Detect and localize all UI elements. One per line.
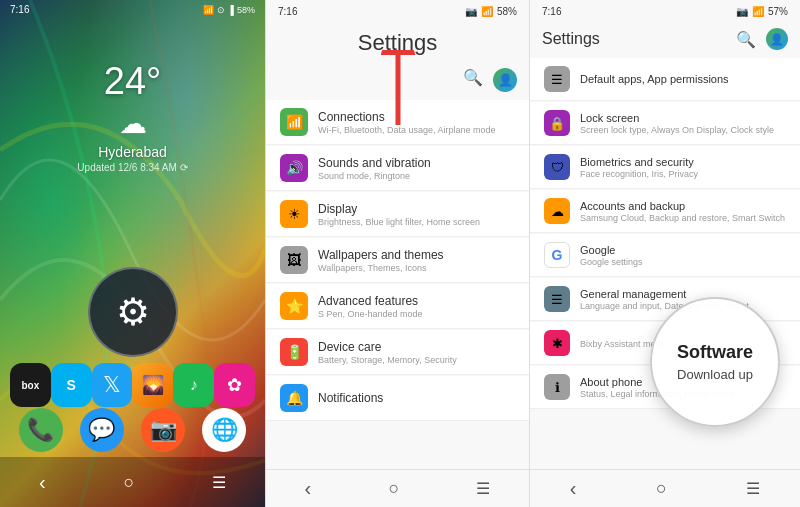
dock-phone[interactable]: 📞 [19, 408, 63, 452]
display-title: Display [318, 202, 515, 216]
detail-item-accounts[interactable]: ☁ Accounts and backup Samsung Cloud, Bac… [530, 190, 800, 233]
settings-back-button[interactable]: ‹ [305, 477, 312, 500]
chrome-icon: 🌐 [211, 417, 238, 443]
signal-icon: 📶 [203, 5, 214, 15]
sound-text: Sounds and vibration Sound mode, Rington… [318, 156, 515, 181]
settings-home-button[interactable]: ○ [388, 478, 399, 499]
red-arrow [380, 50, 416, 130]
camera-icon: 📷 [150, 417, 177, 443]
battery-pct: 58% [237, 5, 255, 15]
default-apps-text: Default apps, App permissions [580, 73, 786, 85]
user-avatar[interactable]: 👤 [493, 68, 517, 92]
panel3-search-icon[interactable]: 🔍 [736, 30, 756, 49]
advanced-title: Advanced features [318, 294, 515, 308]
panel3-battery: 57% [768, 6, 788, 17]
home-button[interactable]: ○ [123, 472, 134, 493]
lock-title: Lock screen [580, 112, 786, 124]
panel3-back-button[interactable]: ‹ [570, 477, 577, 500]
app-dock: 📞 💬 📷 🌐 [0, 408, 265, 452]
google-sub: Google settings [580, 257, 786, 267]
sound-icon: 🔊 [280, 154, 308, 182]
device-text: Device care Battery, Storage, Memory, Se… [318, 340, 515, 365]
google-text: Google Google settings [580, 244, 786, 267]
panel3-avatar[interactable]: 👤 [766, 28, 788, 50]
notif-text: Notifications [318, 391, 515, 405]
home-screen: 7:16 📶 ⊙ ▐ 58% 24° ☁ Hyderabad Updated 1… [0, 0, 265, 507]
app-skype[interactable]: S [51, 363, 92, 407]
detail-item-biometrics[interactable]: 🛡 Biometrics and security Face recogniti… [530, 146, 800, 189]
settings-signal: 📷 [465, 6, 477, 17]
biometrics-title: Biometrics and security [580, 156, 786, 168]
panel3-home-button[interactable]: ○ [656, 478, 667, 499]
app-box[interactable]: box [10, 363, 51, 407]
lock-sub: Screen lock type, Always On Display, Clo… [580, 125, 786, 135]
detail-item-default-apps[interactable]: ☰ Default apps, App permissions [530, 58, 800, 101]
panel3-recents-button[interactable]: ☰ [746, 479, 760, 498]
google-title: Google [580, 244, 786, 256]
app-twitter[interactable]: 𝕏 [92, 363, 133, 407]
gallery-label: 🌄 [142, 374, 164, 396]
wallpaper-title: Wallpapers and themes [318, 248, 515, 262]
back-button[interactable]: ‹ [39, 471, 46, 494]
settings-item-wallpaper[interactable]: 🖼 Wallpapers and themes Wallpapers, Them… [266, 238, 529, 283]
panel3-time: 7:16 [542, 6, 561, 17]
search-icon[interactable]: 🔍 [463, 68, 483, 92]
dock-camera[interactable]: 📷 [141, 408, 185, 452]
notif-icon: 🔔 [280, 384, 308, 412]
default-apps-icon: ☰ [544, 66, 570, 92]
display-text: Display Brightness, Blue light filter, H… [318, 202, 515, 227]
settings-status-bar: 7:16 📷 📶 58% [266, 0, 529, 22]
skype-label: S [67, 377, 76, 393]
wifi-icon: ⊙ [217, 5, 225, 15]
connections-sub: Wi-Fi, Bluetooth, Data usage, Airplane m… [318, 125, 515, 135]
advanced-icon: ⭐ [280, 292, 308, 320]
settings-item-advanced[interactable]: ⭐ Advanced features S Pen, One-handed mo… [266, 284, 529, 329]
accounts-sub: Samsung Cloud, Backup and restore, Smart… [580, 213, 786, 223]
dock-chrome[interactable]: 🌐 [202, 408, 246, 452]
connections-text: Connections Wi-Fi, Bluetooth, Data usage… [318, 110, 515, 135]
weather-icon: ☁ [0, 107, 265, 140]
settings-item-display[interactable]: ☀ Display Brightness, Blue light filter,… [266, 192, 529, 237]
detail-item-google[interactable]: G Google Google settings [530, 234, 800, 277]
home-bottom-nav: ‹ ○ ☰ [0, 457, 265, 507]
gear-icon: ⚙ [116, 290, 150, 334]
settings-recents-button[interactable]: ☰ [476, 479, 490, 498]
settings-item-notifications[interactable]: 🔔 Notifications [266, 376, 529, 421]
accounts-text: Accounts and backup Samsung Cloud, Backu… [580, 200, 786, 223]
panel3-avatar-icon: 👤 [770, 33, 784, 46]
wallpaper-text: Wallpapers and themes Wallpapers, Themes… [318, 248, 515, 273]
status-icons: 📶 ⊙ ▐ 58% [203, 5, 255, 15]
software-update-bubble[interactable]: Software Download up [650, 297, 780, 427]
accounts-icon: ☁ [544, 198, 570, 224]
settings-shortcut[interactable]: ⚙ [88, 267, 178, 357]
recents-button[interactable]: ☰ [212, 473, 226, 492]
settings-list: 📶 Connections Wi-Fi, Bluetooth, Data usa… [266, 100, 529, 422]
device-sub: Battery, Storage, Memory, Security [318, 355, 515, 365]
box-label: box [22, 380, 40, 391]
connections-title: Connections [318, 110, 515, 124]
dock-messages[interactable]: 💬 [80, 408, 124, 452]
app-flower[interactable]: ✿ [214, 363, 255, 407]
display-icon: ☀ [280, 200, 308, 228]
bixby-icon: ✱ [544, 330, 570, 356]
accounts-title: Accounts and backup [580, 200, 786, 212]
detail-item-lock[interactable]: 🔒 Lock screen Screen lock type, Always O… [530, 102, 800, 145]
default-apps-title: Default apps, App permissions [580, 73, 786, 85]
twitter-label: 𝕏 [103, 372, 121, 398]
settings-item-sound[interactable]: 🔊 Sounds and vibration Sound mode, Ringt… [266, 146, 529, 191]
status-bar: 7:16 📶 ⊙ ▐ 58% [0, 0, 265, 19]
panel3-bottom-nav: ‹ ○ ☰ [530, 469, 800, 507]
biometrics-text: Biometrics and security Face recognition… [580, 156, 786, 179]
app-spotify[interactable]: ♪ [173, 363, 214, 407]
app-grid: box S 𝕏 🌄 ♪ ✿ [0, 363, 265, 407]
advanced-sub: S Pen, One-handed mode [318, 309, 515, 319]
lock-text: Lock screen Screen lock type, Always On … [580, 112, 786, 135]
panel3-wifi: 📶 [752, 6, 764, 17]
about-icon: ℹ [544, 374, 570, 400]
connections-icon: 📶 [280, 108, 308, 136]
settings-item-device[interactable]: 🔋 Device care Battery, Storage, Memory, … [266, 330, 529, 375]
biometrics-icon: 🛡 [544, 154, 570, 180]
flower-label: ✿ [227, 374, 242, 396]
app-gallery[interactable]: 🌄 [132, 363, 173, 407]
panel3-status-bar: 7:16 📷 📶 57% [530, 0, 800, 22]
